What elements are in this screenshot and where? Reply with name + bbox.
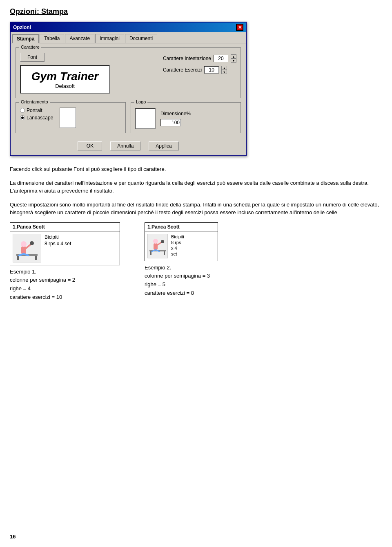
svg-point-15 xyxy=(161,240,164,243)
examples-row: 1.Panca Scott xyxy=(10,222,382,302)
tab-documenti[interactable]: Documenti xyxy=(125,34,157,43)
example1-caption-cols: colonne per semipagina = 2 xyxy=(10,276,120,285)
orientation-preview xyxy=(60,108,76,128)
example1-caption-char: carattere esercizi = 10 xyxy=(10,293,120,302)
example2-caption-rows: righe = 5 xyxy=(145,280,218,289)
example2-header: 1.Panca Scott xyxy=(145,223,218,231)
example1-table: 1.Panca Scott xyxy=(10,222,120,265)
dialog-tabs: Stampa Tabella Avanzate Immagini Documen… xyxy=(11,32,246,43)
landascape-label: Landascape xyxy=(27,115,53,121)
caract-intestazione-up[interactable]: ▲ xyxy=(231,54,236,58)
caract-esercizi-row: Carattere Esercizi ▲ ▼ xyxy=(163,66,236,74)
example2-container: 1.Panca Scott xyxy=(145,222,218,298)
dimensione-input[interactable] xyxy=(160,119,181,126)
caract-intestazione-input[interactable] xyxy=(214,55,228,62)
dimensione-label: Dimensione% xyxy=(160,111,191,117)
dialog-title: Opzioni xyxy=(13,25,31,30)
body-para1: Facendo click sul pulsante Font si può s… xyxy=(10,165,382,173)
caract-right: Carattere Intestazione ▲ ▼ Carattere Ese… xyxy=(163,53,236,74)
body-para3: Queste impostazioni sono molto important… xyxy=(10,201,382,217)
page-number: 16 xyxy=(10,534,16,540)
tab-immagini[interactable]: Immagini xyxy=(95,34,124,43)
portrait-label: Portrait xyxy=(27,108,42,113)
dialog-titlebar: Opzioni ✕ xyxy=(11,22,246,32)
example2-caption-cols: colonne per semipagina = 3 xyxy=(145,272,218,280)
dimensione-row: Dimensione% xyxy=(160,111,191,126)
svg-rect-2 xyxy=(35,256,37,260)
example2-table: 1.Panca Scott xyxy=(145,222,218,261)
font-preview-sub: Delasoft xyxy=(55,83,75,89)
svg-point-13 xyxy=(153,239,158,244)
caract-intestazione-down[interactable]: ▼ xyxy=(231,58,236,63)
landascape-radio[interactable] xyxy=(20,115,25,120)
example1-container: 1.Panca Scott xyxy=(10,222,120,302)
body-para2: La dimensione dei caratteri nell'intesta… xyxy=(10,179,382,195)
example2-cell: Bicipiti 8 rpsx 4set xyxy=(145,231,218,261)
svg-rect-12 xyxy=(154,243,158,250)
font-preview-name: Gym Trainer xyxy=(31,70,98,83)
applica-button[interactable]: Applica xyxy=(149,141,178,150)
portrait-row: Portrait xyxy=(20,108,53,113)
caract-intestazione-arrows: ▲ ▼ xyxy=(231,54,236,63)
logo-preview xyxy=(135,108,156,129)
tab-avanzate[interactable]: Avanzate xyxy=(65,34,94,43)
tab-tabella[interactable]: Tabella xyxy=(40,34,64,43)
example1-exercise: Bicipiti xyxy=(45,234,71,241)
example1-caption: Esempio 1. colonne per semipagina = 2 ri… xyxy=(10,268,120,302)
example1-figure xyxy=(13,234,41,262)
annulla-button[interactable]: Annulla xyxy=(110,141,140,150)
example1-cell: Bicipiti 8 rps x 4 set xyxy=(10,231,120,265)
landascape-row: Landascape xyxy=(20,115,53,121)
close-button[interactable]: ✕ xyxy=(236,24,243,31)
tab-stampa[interactable]: Stampa xyxy=(12,34,39,43)
caract-intestazione-row: Carattere Intestazione ▲ ▼ xyxy=(163,54,236,63)
svg-rect-3 xyxy=(21,247,26,254)
dialog-footer: OK Annulla Applica xyxy=(16,137,241,150)
dialog-window: Opzioni ✕ Stampa Tabella Avanzate Immagi… xyxy=(10,22,247,156)
example2-figure xyxy=(147,234,168,258)
font-button[interactable]: Font xyxy=(20,53,45,62)
portrait-radio[interactable] xyxy=(20,108,25,113)
carattere-group: Carattere Font Gym Trainer Delasoft xyxy=(16,47,241,98)
dialog-body: Carattere Font Gym Trainer Delasoft xyxy=(11,43,246,155)
example1-header: 1.Panca Scott xyxy=(10,223,120,231)
logo-group: Logo Dimensione% xyxy=(131,102,241,133)
caract-esercizi-arrows: ▲ ▼ xyxy=(221,66,227,74)
example2-details: 8 rpsx 4set xyxy=(171,240,184,257)
svg-rect-11 xyxy=(164,251,165,255)
example2-caption: Esempio 2. colonne per semipagina = 3 ri… xyxy=(145,264,218,298)
example2-caption-char: carattere esercizi = 8 xyxy=(145,289,218,298)
example1-text: Bicipiti 8 rps x 4 set xyxy=(45,234,71,248)
caract-esercizi-input[interactable] xyxy=(204,66,219,74)
logo-group-title: Logo xyxy=(134,99,147,104)
ok-button[interactable]: OK xyxy=(78,141,102,150)
svg-rect-10 xyxy=(150,251,151,255)
carattere-group-title: Carattere xyxy=(19,45,41,49)
page-title: Opzioni: Stampa xyxy=(10,7,382,16)
example2-caption-title: Esempio 2. xyxy=(145,264,218,272)
example1-caption-rows: righe = 4 xyxy=(10,285,120,293)
caract-esercizi-label: Carattere Esercizi xyxy=(163,67,202,73)
svg-point-4 xyxy=(21,241,27,247)
orient-logo-row: Orientamento Portrait Landascape xyxy=(16,102,241,137)
orientamento-group: Orientamento Portrait Landascape xyxy=(16,102,126,133)
svg-rect-1 xyxy=(17,256,19,260)
example1-details: 8 rps x 4 set xyxy=(45,240,71,247)
dimensione-input-row xyxy=(160,119,191,126)
caract-intestazione-label: Carattere Intestazione xyxy=(163,56,211,61)
logo-content: Dimensione% xyxy=(135,108,236,129)
svg-line-5 xyxy=(26,244,31,248)
example1-caption-title: Esempio 1. xyxy=(10,268,120,276)
svg-point-6 xyxy=(30,241,34,245)
caract-esercizi-up[interactable]: ▲ xyxy=(221,66,227,70)
caract-esercizi-down[interactable]: ▼ xyxy=(221,70,227,74)
svg-line-14 xyxy=(158,242,162,245)
font-preview-box: Gym Trainer Delasoft xyxy=(20,65,110,94)
example2-text: Bicipiti 8 rpsx 4set xyxy=(171,234,184,257)
orientamento-group-title: Orientamento xyxy=(19,99,50,104)
example2-exercise: Bicipiti xyxy=(171,234,184,240)
